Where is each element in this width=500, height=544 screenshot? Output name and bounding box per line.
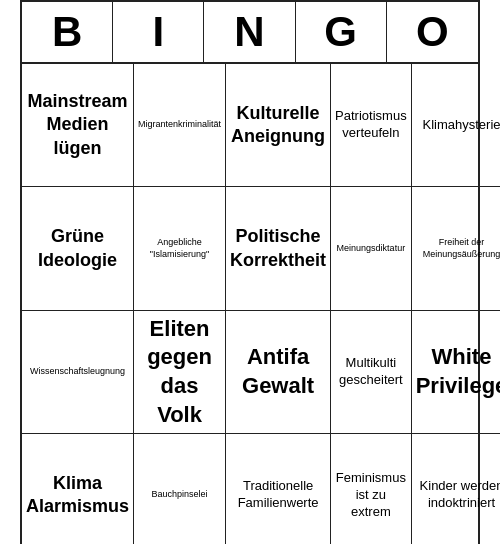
bingo-header: BINGO xyxy=(22,2,478,64)
cell-text: Klimahysterie xyxy=(422,117,500,134)
bingo-cell: Grüne Ideologie xyxy=(22,187,134,310)
header-letter: N xyxy=(204,2,295,62)
bingo-cell: Antifa Gewalt xyxy=(226,311,331,434)
cell-text: Bauchpinselei xyxy=(152,489,208,501)
cell-text: Klima Alarmismus xyxy=(26,472,129,519)
cell-text: Kinder werden indoktriniert xyxy=(416,478,500,512)
cell-text: Patriotismus verteufeln xyxy=(335,108,407,142)
cell-text: Antifa Gewalt xyxy=(230,343,326,400)
cell-text: Multikulti gescheitert xyxy=(335,355,407,389)
bingo-cell: Mainstream Medien lügen xyxy=(22,64,134,187)
bingo-cell: Freiheit der Meinungsäußerung xyxy=(412,187,500,310)
bingo-cell: Feminismus ist zu extrem xyxy=(331,434,412,544)
bingo-cell: Wissenschaftsleugnung xyxy=(22,311,134,434)
cell-text: Feminismus ist zu extrem xyxy=(335,470,407,521)
cell-text: White Privilege xyxy=(416,343,500,400)
bingo-cell: Klimahysterie xyxy=(412,64,500,187)
bingo-cell: Eliten gegen das Volk xyxy=(134,311,226,434)
header-letter: I xyxy=(113,2,204,62)
bingo-cell: Bauchpinselei xyxy=(134,434,226,544)
cell-text: Wissenschaftsleugnung xyxy=(30,366,125,378)
bingo-cell: Migrantenkriminalität xyxy=(134,64,226,187)
bingo-cell: Kinder werden indoktriniert xyxy=(412,434,500,544)
bingo-cell: Traditionelle Familienwerte xyxy=(226,434,331,544)
header-letter: B xyxy=(22,2,113,62)
cell-text: Politische Korrektheit xyxy=(230,225,326,272)
header-letter: G xyxy=(296,2,387,62)
bingo-card: BINGO Mainstream Medien lügenMigrantenkr… xyxy=(20,0,480,544)
bingo-cell: Meinungsdiktatur xyxy=(331,187,412,310)
cell-text: Eliten gegen das Volk xyxy=(138,315,221,429)
bingo-cell: Kulturelle Aneignung xyxy=(226,64,331,187)
bingo-cell: Klima Alarmismus xyxy=(22,434,134,544)
bingo-cell: Politische Korrektheit xyxy=(226,187,331,310)
bingo-cell: White Privilege xyxy=(412,311,500,434)
bingo-grid: Mainstream Medien lügenMigrantenkriminal… xyxy=(22,64,478,544)
bingo-cell: Angebliche "Islamisierung" xyxy=(134,187,226,310)
cell-text: Migrantenkriminalität xyxy=(138,119,221,131)
cell-text: Mainstream Medien lügen xyxy=(26,90,129,160)
header-letter: O xyxy=(387,2,478,62)
bingo-cell: Multikulti gescheitert xyxy=(331,311,412,434)
cell-text: Grüne Ideologie xyxy=(26,225,129,272)
bingo-cell: Patriotismus verteufeln xyxy=(331,64,412,187)
cell-text: Freiheit der Meinungsäußerung xyxy=(416,237,500,260)
cell-text: Meinungsdiktatur xyxy=(337,243,406,255)
cell-text: Traditionelle Familienwerte xyxy=(230,478,326,512)
cell-text: Angebliche "Islamisierung" xyxy=(138,237,221,260)
cell-text: Kulturelle Aneignung xyxy=(230,102,326,149)
